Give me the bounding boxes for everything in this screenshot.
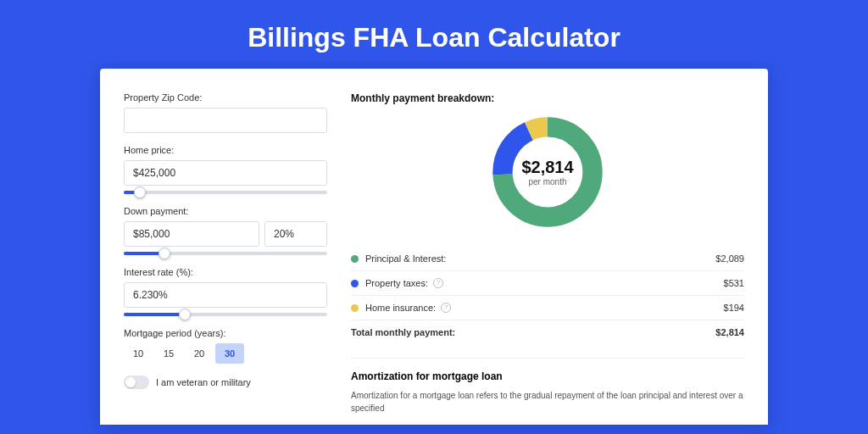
period-btn-15[interactable]: 15: [154, 343, 183, 364]
breakdown-title: Monthly payment breakdown:: [351, 92, 744, 104]
breakdown-lines: Principal & Interest:$2,089Property taxe…: [351, 247, 744, 320]
home-price-field: Home price:: [124, 145, 327, 194]
breakdown-total: Total monthly payment: $2,814: [351, 320, 744, 344]
legend-value: $2,089: [715, 253, 744, 264]
info-icon[interactable]: ?: [441, 303, 451, 313]
donut-center: $2,814 per month: [488, 113, 607, 231]
down-slider[interactable]: [124, 252, 327, 255]
rate-label: Interest rate (%):: [124, 267, 327, 277]
calculator-card: Property Zip Code: Home price: Down paym…: [100, 69, 768, 425]
rate-input[interactable]: [124, 282, 327, 308]
veteran-label: I am veteran or military: [156, 377, 251, 387]
amort-text: Amortization for a mortgage loan refers …: [351, 389, 744, 415]
rate-field: Interest rate (%):: [124, 267, 327, 316]
down-payment-field: Down payment:: [124, 206, 327, 255]
period-buttons: 10152030: [124, 343, 327, 364]
donut-wrap: $2,814 per month: [351, 113, 744, 231]
legend-label: Principal & Interest:: [365, 253, 446, 264]
rate-slider[interactable]: [124, 313, 327, 316]
legend-dot: [351, 280, 359, 287]
period-btn-30[interactable]: 30: [215, 343, 244, 364]
down-slider-thumb[interactable]: [159, 248, 170, 259]
donut-sub: per month: [528, 177, 566, 186]
home-price-slider[interactable]: [124, 191, 327, 194]
amortization-section: Amortization for mortgage loan Amortizat…: [351, 358, 744, 415]
info-icon[interactable]: ?: [433, 278, 443, 288]
period-field: Mortgage period (years): 10152030: [124, 328, 327, 364]
zip-field: Property Zip Code:: [124, 92, 327, 133]
amort-title: Amortization for mortgage loan: [351, 370, 744, 382]
legend-value: $194: [724, 303, 744, 313]
legend-value: $531: [724, 278, 744, 288]
down-amount-input[interactable]: [124, 221, 259, 247]
veteran-row: I am veteran or military: [124, 376, 327, 389]
down-percent-input[interactable]: [264, 221, 327, 247]
breakdown-line-2: Home insurance:?$194: [351, 295, 744, 320]
veteran-toggle[interactable]: [124, 376, 149, 389]
period-btn-10[interactable]: 10: [124, 343, 153, 364]
legend-label: Home insurance:: [365, 303, 436, 313]
breakdown-panel: Monthly payment breakdown: $2,814 per mo…: [351, 92, 744, 425]
legend-label: Property taxes:: [365, 278, 428, 288]
breakdown-line-1: Property taxes:?$531: [351, 270, 744, 295]
total-label: Total monthly payment:: [351, 327, 455, 337]
total-value: $2,814: [715, 327, 744, 337]
zip-input[interactable]: [124, 108, 327, 133]
form-panel: Property Zip Code: Home price: Down paym…: [124, 92, 327, 425]
legend-dot: [351, 255, 359, 263]
rate-slider-fill: [124, 313, 185, 316]
breakdown-line-0: Principal & Interest:$2,089: [351, 247, 744, 270]
period-btn-20[interactable]: 20: [185, 343, 214, 364]
legend-dot: [351, 304, 359, 312]
donut-value: $2,814: [521, 158, 573, 177]
page-title: Billings FHA Loan Calculator: [0, 0, 868, 69]
home-price-label: Home price:: [124, 145, 327, 155]
down-label: Down payment:: [124, 206, 327, 216]
donut-chart: $2,814 per month: [488, 113, 607, 231]
period-label: Mortgage period (years):: [124, 328, 327, 338]
zip-label: Property Zip Code:: [124, 92, 327, 103]
rate-slider-thumb[interactable]: [179, 309, 191, 320]
home-price-input[interactable]: [124, 160, 327, 186]
veteran-toggle-knob: [125, 377, 136, 387]
home-price-slider-thumb[interactable]: [134, 186, 146, 198]
